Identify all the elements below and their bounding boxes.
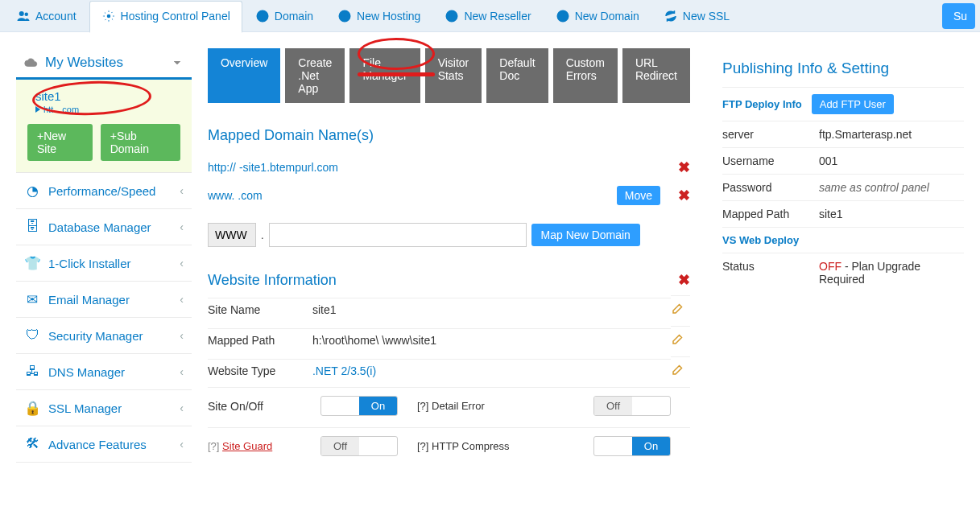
site-url[interactable]: htt .com	[27, 105, 180, 114]
sidebar-item-label: Advance Features	[48, 438, 147, 451]
ftp-deploy-link[interactable]: FTP Deploy Info	[722, 98, 802, 110]
play-icon	[35, 106, 40, 113]
delete-website[interactable]: ✖	[678, 271, 690, 289]
sidebar-item-security-manager[interactable]: 🛡Security Manager‹	[16, 318, 192, 354]
database-icon: 🗄	[24, 219, 40, 235]
sidebar-item--click-installer[interactable]: 👕1-Click Installer‹	[16, 245, 192, 282]
mapped-domain-title: Mapped Domain Name(s)	[208, 127, 690, 144]
nav-hosting-cp[interactable]: Hosting Control Panel	[89, 1, 242, 33]
new-site-button[interactable]: +New Site	[27, 124, 93, 161]
nav-new-ssl-label: New SSL	[683, 10, 730, 23]
lock-icon: 🔒	[24, 400, 40, 416]
edit-icon[interactable]	[671, 301, 685, 315]
chevron-left-icon: ‹	[180, 220, 184, 233]
sidebar-item-label: SSL Manager	[48, 401, 122, 415]
nav-account[interactable]: Account	[5, 0, 88, 32]
top-nav: Account Hosting Control Panel Domain New…	[0, 0, 980, 32]
http-compress-toggle[interactable]: On	[593, 436, 671, 456]
edit-icon[interactable]	[671, 331, 685, 346]
vs-web-deploy-link[interactable]: VS Web Deploy	[722, 234, 799, 246]
http-compress-link[interactable]: [?] HTTP Compress	[417, 440, 585, 452]
plus-circle-icon	[337, 9, 352, 23]
sidebar-item-performance-speed[interactable]: ◔Performance/Speed‹	[16, 173, 192, 209]
edit-icon[interactable]	[671, 362, 685, 377]
delete-domain-1[interactable]: ✖	[678, 158, 690, 176]
nav-domain[interactable]: Domain	[244, 0, 325, 32]
subdomain-input[interactable]	[208, 223, 256, 247]
chevron-left-icon: ‹	[180, 401, 184, 414]
tab-default-doc[interactable]: Default Doc	[486, 48, 548, 103]
username-value: 001	[819, 147, 964, 174]
nav-hosting-cp-label: Hosting Control Panel	[121, 10, 230, 23]
sidebar-item-label: Performance/Speed	[48, 184, 155, 198]
pi-mapped-path-value: site1	[819, 200, 964, 227]
sidebar-item-dns-manager[interactable]: 🖧DNS Manager‹	[16, 354, 192, 390]
chevron-down-icon	[171, 56, 184, 69]
website-type-label: Website Type	[208, 359, 312, 382]
website-type-value: .NET 2/3.5(i)	[312, 359, 671, 382]
chevron-left-icon: ‹	[180, 293, 184, 306]
publishing-title: Publishing Info & Setting	[722, 60, 964, 77]
content: OverviewCreate .Net AppFile ManagerVisit…	[208, 48, 690, 464]
delete-domain-2[interactable]: ✖	[678, 187, 690, 204]
status-value: OFF - Plan Upgrade Required	[819, 253, 964, 292]
site-guard-link[interactable]: Site Guard	[222, 440, 272, 452]
site-onoff-toggle[interactable]: On	[320, 396, 398, 416]
move-button[interactable]: Move	[617, 186, 660, 205]
sidebar-item-label: 1-Click Installer	[48, 257, 131, 270]
sub-domain-button[interactable]: +Sub Domain	[101, 124, 180, 161]
sidebar-item-advance-features[interactable]: 🛠Advance Features‹	[16, 426, 192, 463]
envelope-icon: ✉	[24, 291, 40, 307]
server-icon: 🖧	[24, 364, 40, 380]
tab-custom-errors[interactable]: Custom Errors	[553, 48, 618, 103]
site-box: site1 htt .com +New Site +Sub Domain	[16, 80, 192, 173]
globe-icon	[255, 9, 270, 23]
chevron-left-icon: ‹	[180, 365, 184, 378]
sidebar-item-ssl-manager[interactable]: 🔒SSL Manager‹	[16, 390, 192, 426]
server-label: server	[722, 121, 819, 147]
site-name-value: site1	[312, 298, 671, 321]
svg-point-0	[19, 11, 24, 16]
site-name[interactable]: site1	[27, 89, 180, 103]
pi-mapped-path-label: Mapped Path	[722, 200, 819, 227]
support-button[interactable]: Su	[942, 3, 975, 29]
sidebar-item-database-manager[interactable]: 🗄Database Manager‹	[16, 209, 192, 245]
password-value: same as control panel	[819, 174, 964, 200]
mapped-path-label: Mapped Path	[208, 328, 312, 352]
tab-url-redirect[interactable]: URL Redirect	[622, 48, 690, 103]
nav-new-reseller-label: New Reseller	[464, 10, 531, 23]
nav-new-domain[interactable]: New Domain	[544, 0, 651, 32]
password-label: Password	[722, 174, 819, 200]
cloud-icon	[24, 56, 39, 70]
gauge-icon: ◔	[24, 183, 40, 199]
nav-new-reseller[interactable]: New Reseller	[433, 0, 542, 32]
tab-overview[interactable]: Overview	[208, 48, 280, 103]
map-new-domain-button[interactable]: Map New Domain	[531, 224, 640, 246]
detail-error-link[interactable]: [?] Detail Error	[417, 400, 585, 412]
sidebar: My Websites site1 htt .com +New Site +Su…	[16, 48, 192, 463]
tabs: OverviewCreate .Net AppFile ManagerVisit…	[208, 48, 690, 103]
nav-new-hosting[interactable]: New Hosting	[326, 0, 432, 32]
site-guard-toggle[interactable]: Off	[320, 436, 398, 456]
domain-input[interactable]	[269, 223, 527, 247]
domain-link-1[interactable]: http:// -site1.btempurl.com	[208, 161, 338, 174]
svg-point-2	[106, 14, 110, 19]
svg-point-1	[25, 12, 29, 16]
users-icon	[16, 9, 31, 23]
sidebar-item-email-manager[interactable]: ✉Email Manager‹	[16, 282, 192, 318]
shirt-icon: 👕	[24, 255, 40, 271]
domain-row-1: http:// -site1.btempurl.com ✖	[208, 154, 690, 181]
chevron-left-icon: ‹	[180, 438, 184, 451]
gear-icon	[101, 9, 116, 23]
add-ftp-user-button[interactable]: Add FTP User	[812, 94, 894, 114]
nav-new-domain-label: New Domain	[575, 10, 639, 23]
sidebar-item-label: Database Manager	[48, 220, 151, 234]
tab-create-net-app[interactable]: Create .Net App	[285, 48, 345, 103]
nav-new-ssl[interactable]: New SSL	[652, 0, 741, 32]
server-value: ftp.Smarterasp.net	[819, 121, 964, 147]
sidebar-header-my-websites[interactable]: My Websites	[16, 48, 192, 80]
sidebar-item-label: DNS Manager	[48, 365, 125, 379]
mapped-path-value: h:\root\home\ \www\site1	[312, 328, 671, 352]
detail-error-toggle[interactable]: Off	[593, 396, 671, 416]
website-info-grid: Site Name site1 Mapped Path h:\root\home…	[208, 295, 690, 384]
